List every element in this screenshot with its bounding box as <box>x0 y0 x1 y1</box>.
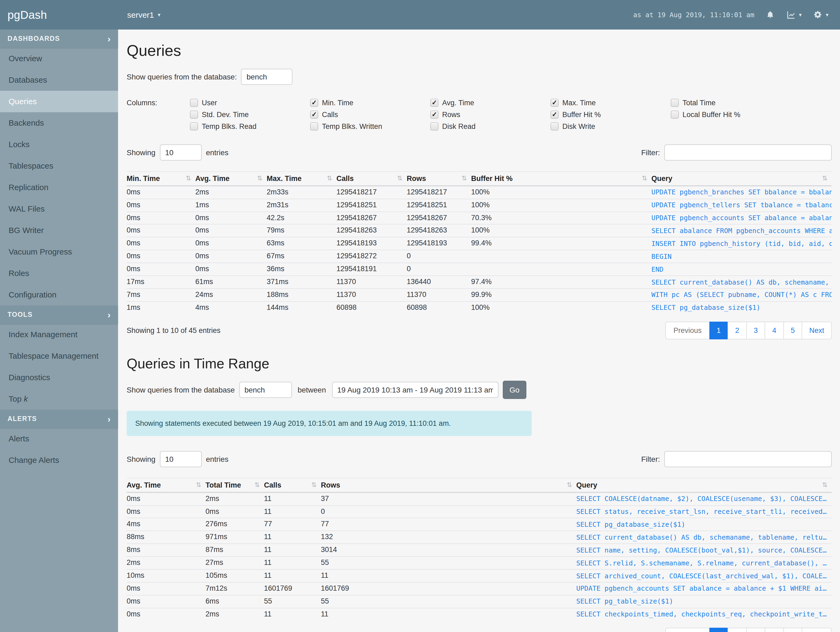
table-row[interactable]: 4ms276ms7777SELECT pg_database_size($1) <box>126 518 832 531</box>
sidebar-item-tablespace-management[interactable]: Tablespace Management <box>0 345 118 367</box>
sidebar-item-roles[interactable]: Roles <box>0 263 118 284</box>
pagination-page[interactable]: 1 <box>709 628 728 632</box>
pagination-page[interactable]: 5 <box>783 628 802 632</box>
sort-icon[interactable]: ⇅ <box>642 174 647 182</box>
table-row[interactable]: 0ms2ms1111SELECT checkpoints_timed, chec… <box>126 608 832 621</box>
table-row[interactable]: 0ms7m12s16017691601769UPDATE pgbench_acc… <box>126 582 832 595</box>
sidebar-item-vacuum-progress[interactable]: Vacuum Progress <box>0 241 118 263</box>
column-header[interactable]: Total Time⇅ <box>205 478 264 492</box>
table-row[interactable]: 0ms0ms79ms12954182631295418263100%SELECT… <box>126 225 832 238</box>
column-toggle[interactable]: User <box>190 99 310 107</box>
pagination-previous[interactable]: Previous <box>665 322 710 339</box>
table-row[interactable]: 0ms0ms42.2s1295418267129541826770.3%UPDA… <box>126 212 832 225</box>
sort-icon[interactable]: ⇅ <box>327 174 332 182</box>
table-row[interactable]: 8ms87ms113014SELECT name, setting, COALE… <box>126 544 832 556</box>
pagination-page[interactable]: 1 <box>709 322 728 339</box>
sort-icon[interactable]: ⇅ <box>257 174 262 182</box>
checkbox-icon[interactable] <box>190 99 198 107</box>
column-toggle[interactable]: Temp Blks. Read <box>190 122 310 130</box>
sort-icon[interactable]: ⇅ <box>254 481 260 488</box>
table-row[interactable]: 0ms1ms2m31s12954182511295418251100%UPDAT… <box>126 199 832 212</box>
sort-icon[interactable]: ⇅ <box>196 481 201 488</box>
server-selector[interactable]: server1 ▾ <box>127 10 160 19</box>
sidebar-item-locks[interactable]: Locks <box>0 134 118 155</box>
column-toggle[interactable]: Total Time <box>671 99 791 107</box>
checkbox-icon[interactable]: ✓ <box>310 99 318 107</box>
sidebar-item-replication[interactable]: Replication <box>0 177 118 198</box>
column-header[interactable]: Query⇅ <box>651 171 832 186</box>
entries-input-2[interactable] <box>159 451 202 467</box>
pagination-next[interactable]: Next <box>802 322 832 339</box>
sidebar-item-change-alerts[interactable]: Change Alerts <box>0 450 118 471</box>
app-logo[interactable]: pgDash <box>0 8 118 21</box>
column-toggle[interactable]: Disk Write <box>551 122 671 130</box>
sort-icon[interactable]: ⇅ <box>822 174 827 182</box>
column-header[interactable]: Avg. Time⇅ <box>195 171 267 186</box>
sort-icon[interactable]: ⇅ <box>186 174 191 182</box>
charts-menu[interactable]: ▾ <box>786 10 802 20</box>
column-toggle[interactable]: ✓ Buffer Hit % <box>551 111 671 119</box>
column-header[interactable]: Buffer Hit %⇅ <box>471 171 651 186</box>
filter-input-2[interactable] <box>664 451 832 467</box>
column-header[interactable]: Min. Time⇅ <box>126 171 195 186</box>
pagination-page[interactable]: 3 <box>746 628 765 632</box>
column-toggle[interactable]: Local Buffer Hit % <box>671 111 791 119</box>
pagination-page[interactable]: 4 <box>764 628 784 632</box>
checkbox-icon[interactable]: ✓ <box>551 99 559 107</box>
column-header[interactable]: Calls⇅ <box>336 171 407 186</box>
sidebar-item-configuration[interactable]: Configuration <box>0 284 118 306</box>
column-toggle[interactable]: Std. Dev. Time <box>190 111 310 119</box>
table-row[interactable]: 0ms2ms2m33s12954182171295418217100%UPDAT… <box>126 186 832 199</box>
table-row[interactable]: 0ms0ms110SELECT status, receive_start_ls… <box>126 505 832 518</box>
filter-input[interactable] <box>664 144 832 160</box>
pagination-page[interactable]: 3 <box>746 322 765 339</box>
sidebar-item-wal-files[interactable]: WAL Files <box>0 198 118 220</box>
sidebar-item-databases[interactable]: Databases <box>0 69 118 91</box>
database-input[interactable] <box>241 69 293 85</box>
column-header[interactable]: Rows⇅ <box>321 478 576 492</box>
column-toggle[interactable]: ✓ Calls <box>310 111 430 119</box>
column-toggle[interactable]: ✓ Min. Time <box>310 99 430 107</box>
checkbox-icon[interactable]: ✓ <box>310 111 318 119</box>
table-row[interactable]: 7ms24ms188ms113701137099.9%WITH pc AS (S… <box>126 288 832 301</box>
sidebar-item-queries[interactable]: Queries <box>0 91 118 112</box>
table-row[interactable]: 88ms971ms11132SELECT current_database() … <box>126 531 832 544</box>
column-header[interactable]: Avg. Time⇅ <box>126 478 205 492</box>
sidebar-section-header[interactable]: TOOLS › <box>0 306 118 324</box>
date-range-input[interactable] <box>332 382 498 398</box>
sidebar-item-bg-writer[interactable]: BG Writer <box>0 220 118 241</box>
table-row[interactable]: 0ms0ms67ms12954182720BEGIN <box>126 250 832 263</box>
sort-icon[interactable]: ⇅ <box>311 481 317 488</box>
settings-menu[interactable]: ▾ <box>813 10 829 20</box>
sidebar-section-header[interactable]: ALERTS › <box>0 410 118 428</box>
checkbox-icon[interactable]: ✓ <box>430 111 438 119</box>
pagination-page[interactable]: 2 <box>728 322 747 339</box>
pagination-previous[interactable]: Previous <box>665 628 710 632</box>
column-toggle[interactable]: ✓ Max. Time <box>551 99 671 107</box>
table-row[interactable]: 0ms0ms36ms12954181910END <box>126 263 832 276</box>
column-header[interactable]: Rows⇅ <box>407 171 471 186</box>
sidebar-item-overview[interactable]: Overview <box>0 48 118 69</box>
sidebar-item-backends[interactable]: Backends <box>0 112 118 134</box>
sort-icon[interactable]: ⇅ <box>567 481 572 488</box>
table-row[interactable]: 0ms2ms1137SELECT COALESCE(datname, $2), … <box>126 492 832 505</box>
sidebar-section-header[interactable]: DASHBOARDS › <box>0 30 118 48</box>
checkbox-icon[interactable]: ✓ <box>430 99 438 107</box>
table-row[interactable]: 17ms61ms371ms1137013644097.4%SELECT curr… <box>126 276 832 288</box>
checkbox-icon[interactable] <box>671 99 679 107</box>
column-toggle[interactable]: ✓ Rows <box>430 111 551 119</box>
checkbox-icon[interactable] <box>310 122 318 130</box>
checkbox-icon[interactable] <box>430 122 438 130</box>
table-row[interactable]: 0ms0ms63ms1295418193129541819399.4%INSER… <box>126 238 832 250</box>
pagination-page[interactable]: 2 <box>728 628 747 632</box>
pagination-next[interactable]: Next <box>802 628 832 632</box>
entries-input[interactable] <box>159 144 202 160</box>
time-range-database-input[interactable] <box>239 382 292 398</box>
checkbox-icon[interactable]: ✓ <box>551 111 559 119</box>
sidebar-item-alerts[interactable]: Alerts <box>0 428 118 450</box>
column-header[interactable]: Calls⇅ <box>264 478 321 492</box>
table-row[interactable]: 10ms105ms1111SELECT archived_count, COAL… <box>126 569 832 582</box>
pagination-page[interactable]: 4 <box>764 322 784 339</box>
checkbox-icon[interactable] <box>551 122 559 130</box>
sort-icon[interactable]: ⇅ <box>822 481 827 488</box>
